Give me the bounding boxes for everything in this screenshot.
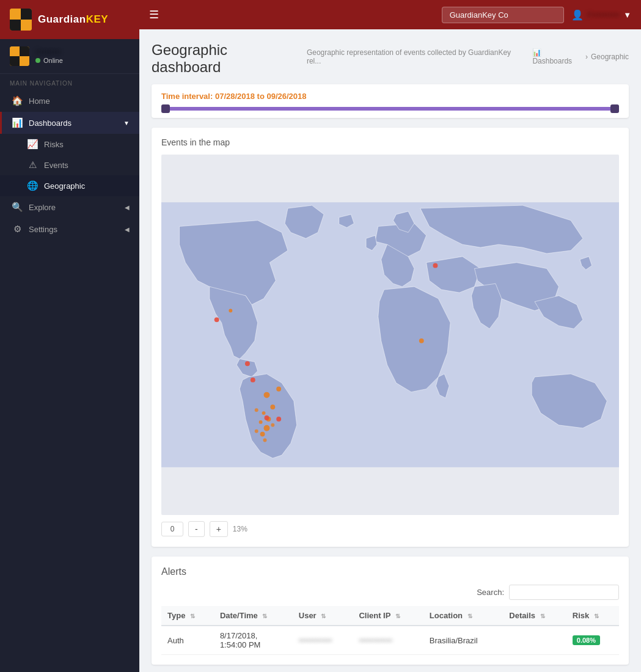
range-thumb-right[interactable]: [610, 104, 619, 113]
cell-type: Auth: [161, 626, 214, 655]
map-title: Events in the map: [161, 137, 619, 147]
alerts-search-input[interactable]: [509, 585, 619, 600]
table-row: Auth 8/17/2018,1:54:00 PM •••••••••••• •…: [161, 626, 619, 655]
time-interval-card: Time interval: 07/28/2018 to 09/26/2018: [152, 84, 629, 118]
alerts-card: Alerts Search: Type ⇅ Date/Time ⇅ User ⇅…: [152, 557, 629, 665]
time-interval-label: Time interval:: [161, 92, 213, 101]
dashboards-icon: 📊: [12, 117, 23, 128]
zoom-out-button[interactable]: -: [188, 521, 205, 537]
svg-point-13: [251, 378, 255, 382]
svg-point-14: [265, 415, 269, 420]
svg-point-20: [245, 361, 250, 366]
logo-icon: [10, 9, 32, 31]
page-subtitle: Geographic representation of events coll…: [307, 48, 526, 65]
zoom-in-button[interactable]: +: [210, 521, 228, 537]
topbar-user[interactable]: 👤 F•••••••••• ▼: [571, 9, 631, 21]
page-header: Geographic dashboard Geographic represen…: [152, 42, 629, 76]
svg-point-19: [419, 338, 424, 343]
svg-point-6: [264, 425, 270, 431]
svg-point-15: [276, 417, 281, 422]
sidebar-logo: GuardianKEY: [0, 0, 139, 39]
user-status: Online: [35, 57, 63, 64]
cell-user: ••••••••••••: [293, 626, 353, 655]
sidebar-item-label: Dashboards: [29, 119, 71, 128]
breadcrumb: 📊 Dashboards › Geographic: [532, 48, 629, 65]
sidebar-user: P•••••••• Online: [0, 39, 139, 74]
col-type[interactable]: Type ⇅: [161, 606, 214, 626]
cell-datetime: 8/17/2018,1:54:00 PM: [214, 626, 293, 655]
sidebar-item-label: Geographic: [44, 181, 85, 191]
range-slider[interactable]: [161, 107, 619, 111]
col-user[interactable]: User ⇅: [293, 606, 353, 626]
sort-icon: ⇅: [540, 613, 545, 619]
sidebar-item-home[interactable]: 🏠 Home: [0, 90, 139, 112]
search-input[interactable]: [442, 7, 564, 23]
topbar: ☰ 👤 F•••••••••• ▼: [139, 0, 641, 29]
svg-point-18: [214, 317, 219, 322]
sidebar-item-geographic[interactable]: 🌐 Geographic: [0, 175, 139, 196]
svg-point-7: [271, 423, 274, 427]
topbar-search[interactable]: [442, 7, 564, 23]
breadcrumb-dashboards: 📊 Dashboards: [532, 48, 582, 65]
home-icon: 🏠: [12, 95, 23, 106]
risk-badge: 0.08%: [573, 635, 600, 645]
topbar-chevron-icon: ▼: [623, 10, 631, 20]
geographic-icon: 🌐: [27, 180, 38, 191]
sidebar-item-label: Settings: [29, 225, 57, 234]
sidebar: GuardianKEY P•••••••• Online MAIN NAVIGA…: [0, 0, 139, 672]
svg-point-9: [260, 432, 265, 437]
svg-point-1: [264, 392, 270, 398]
time-interval-text: Time interval: 07/28/2018 to 09/26/2018: [161, 92, 619, 101]
table-header: Type ⇅ Date/Time ⇅ User ⇅ Client IP ⇅ Lo…: [161, 606, 619, 626]
sort-icon: ⇅: [262, 613, 267, 619]
user-icon: 👤: [571, 9, 584, 21]
status-label: Online: [43, 57, 63, 64]
sidebar-item-explore[interactable]: 🔍 Explore ◀: [0, 196, 139, 218]
time-interval-value: 07/28/2018 to 09/26/2018: [215, 92, 307, 101]
col-datetime[interactable]: Date/Time ⇅: [214, 606, 293, 626]
svg-point-2: [270, 404, 275, 409]
alerts-title: Alerts: [161, 566, 619, 577]
logo-text: GuardianKEY: [38, 13, 108, 26]
world-map-svg: [161, 155, 619, 515]
sort-icon: ⇅: [467, 613, 472, 619]
alerts-toolbar: Search:: [161, 585, 619, 600]
sidebar-item-risks[interactable]: 📈 Risks: [0, 134, 139, 155]
sidebar-item-label: Explore: [29, 203, 56, 212]
map-zoom-pct: 13%: [233, 525, 247, 533]
range-thumb-left[interactable]: [161, 104, 170, 113]
status-dot: [35, 58, 40, 63]
svg-point-11: [255, 408, 258, 412]
cell-location: Brasilia/Brazil: [423, 626, 504, 655]
cell-risk: 0.08%: [566, 626, 619, 655]
col-details[interactable]: Details ⇅: [503, 606, 566, 626]
sidebar-item-settings[interactable]: ⚙ Settings ◀: [0, 218, 139, 240]
user-info: P•••••••• Online: [35, 48, 63, 64]
sidebar-item-label: Home: [29, 97, 50, 106]
svg-point-16: [433, 263, 438, 268]
sidebar-item-events[interactable]: ⚠ Events: [0, 155, 139, 175]
svg-point-12: [276, 387, 281, 392]
breadcrumb-geographic: Geographic: [591, 53, 629, 61]
nav-section-label: MAIN NAVIGATION: [0, 74, 139, 90]
map-container[interactable]: [161, 155, 619, 515]
col-location[interactable]: Location ⇅: [423, 606, 504, 626]
cell-details: [503, 626, 566, 655]
explore-icon: 🔍: [12, 202, 23, 213]
col-risk[interactable]: Risk ⇅: [566, 606, 619, 626]
hamburger-icon[interactable]: ☰: [149, 8, 159, 21]
page-content: Geographic dashboard Geographic represen…: [139, 29, 641, 672]
main-content: ☰ 👤 F•••••••••• ▼ Geographic dashboard G…: [139, 0, 641, 672]
svg-point-10: [263, 439, 267, 442]
page-title: Geographic dashboard: [152, 42, 299, 76]
sidebar-item-label: Risks: [44, 140, 64, 149]
svg-point-5: [259, 420, 263, 424]
sidebar-item-dashboards[interactable]: 📊 Dashboards ▼: [0, 112, 139, 134]
chevron-left-icon-settings: ◀: [125, 226, 130, 233]
alerts-table: Type ⇅ Date/Time ⇅ User ⇅ Client IP ⇅ Lo…: [161, 606, 619, 655]
col-clientip[interactable]: Client IP ⇅: [353, 606, 423, 626]
settings-icon: ⚙: [12, 224, 23, 235]
breadcrumb-separator: ›: [585, 53, 588, 61]
sort-icon: ⇅: [395, 613, 400, 619]
cell-clientip: ••••••••••••: [353, 626, 423, 655]
